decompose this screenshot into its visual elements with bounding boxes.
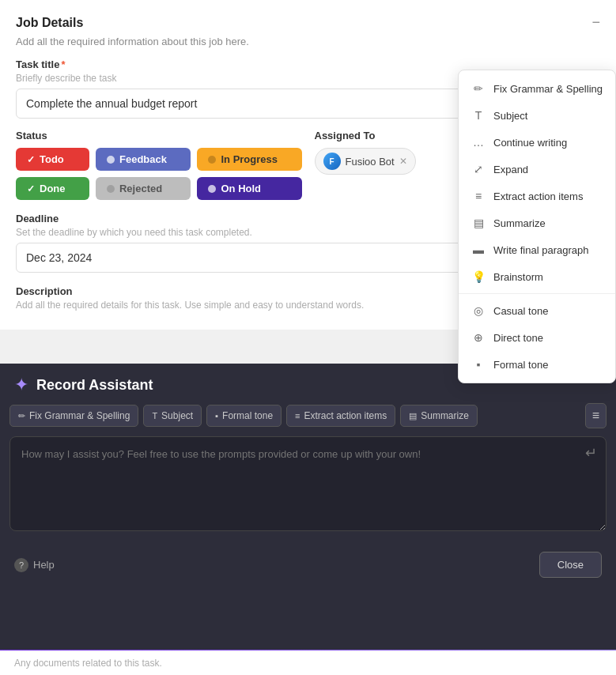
- panel-title: Job Details: [16, 16, 83, 30]
- casual-tone-icon: ◎: [471, 304, 486, 317]
- dropdown-item-brainstorm[interactable]: 💡 Brainstorm: [459, 263, 615, 290]
- status-btn-done[interactable]: ✓ Done: [16, 177, 89, 200]
- send-icon[interactable]: ↵: [585, 444, 597, 462]
- dropdown-item-subject[interactable]: T Subject: [459, 102, 615, 129]
- toolbar-fix-grammar-icon: ✏: [18, 411, 25, 421]
- panel-subtitle: Add all the required information about t…: [16, 36, 600, 47]
- assigned-chip-fusioo: F Fusioo Bot ✕: [315, 148, 416, 175]
- toolbar-subject-icon: T: [152, 411, 157, 420]
- continue-writing-icon: …: [471, 136, 486, 149]
- assistant-footer: ? Help Close: [0, 544, 616, 589]
- dropdown-item-summarize[interactable]: ▤ Summarize: [459, 209, 615, 236]
- dropdown-item-fix-grammar[interactable]: ✏ Fix Grammar & Spelling: [459, 75, 615, 102]
- assistant-textarea-wrap: ↵: [9, 436, 607, 534]
- dropdown-item-continue-writing[interactable]: … Continue writing: [459, 129, 615, 156]
- bottom-bar: Any documents related to this task.: [0, 650, 616, 675]
- toolbar-btn-summarize[interactable]: ▤ Summarize: [400, 405, 478, 427]
- expand-icon: ⤢: [471, 163, 486, 175]
- dropdown-item-expand[interactable]: ⤢ Expand: [459, 156, 615, 183]
- ai-dropdown-menu: ✏ Fix Grammar & Spelling T Subject … Con…: [458, 70, 616, 383]
- main-panel: Job Details − Add all the required infor…: [0, 0, 616, 330]
- status-btn-rejected[interactable]: Rejected: [96, 177, 191, 200]
- fusioo-bot-avatar: F: [323, 153, 341, 170]
- todo-check-icon: ✓: [27, 154, 35, 165]
- status-btn-inprogress[interactable]: In Progress: [197, 148, 301, 171]
- status-btn-todo[interactable]: ✓ Todo: [16, 148, 89, 171]
- dropdown-item-direct-tone[interactable]: ⊕ Direct tone: [459, 324, 615, 351]
- status-section: Status ✓ Todo Feedback In Progress ✓ Don…: [16, 130, 302, 200]
- summarize-icon: ▤: [471, 217, 486, 229]
- feedback-dot-icon: [107, 156, 115, 164]
- assistant-toolbar: ✏ Fix Grammar & Spelling T Subject ▪ For…: [0, 403, 616, 436]
- toolbar-extract-icon: ≡: [295, 411, 300, 420]
- collapse-icon[interactable]: −: [591, 14, 600, 31]
- rejected-dot-icon: [107, 185, 115, 193]
- formal-tone-icon: ▪: [471, 358, 486, 371]
- dropdown-item-casual-tone[interactable]: ◎ Casual tone: [459, 297, 615, 324]
- toolbar-btn-extract-action-items[interactable]: ≡ Extract action items: [286, 405, 395, 427]
- status-label: Status: [16, 130, 302, 141]
- assistant-star-icon: ✦: [14, 375, 28, 395]
- chip-close-btn[interactable]: ✕: [399, 156, 407, 167]
- toolbar-summarize-icon: ▤: [409, 411, 417, 421]
- help-circle-icon: ?: [14, 558, 28, 572]
- task-title-label: Task title*: [16, 58, 600, 70]
- dropdown-item-write-final-paragraph[interactable]: ▬ Write final paragraph: [459, 236, 615, 263]
- help-button[interactable]: ? Help: [14, 558, 55, 572]
- dropdown-item-formal-tone[interactable]: ▪ Formal tone: [459, 351, 615, 378]
- toolbar-btn-formal-tone[interactable]: ▪ Formal tone: [206, 405, 282, 427]
- status-btn-feedback[interactable]: Feedback: [96, 148, 191, 171]
- onhold-dot-icon: [208, 185, 216, 193]
- fix-grammar-icon: ✏: [471, 82, 486, 95]
- direct-tone-icon: ⊕: [471, 331, 486, 344]
- toolbar-formal-tone-icon: ▪: [215, 411, 218, 420]
- subject-icon: T: [471, 109, 486, 122]
- dropdown-divider: [459, 293, 615, 294]
- inprogress-dot-icon: [208, 156, 216, 164]
- assistant-title: Record Assistant: [36, 377, 153, 394]
- status-btn-onhold[interactable]: On Hold: [197, 177, 301, 200]
- done-check-icon: ✓: [27, 183, 35, 194]
- record-assistant-panel: ✦ Record Assistant ✏ Fix Grammar & Spell…: [0, 364, 616, 651]
- status-grid: ✓ Todo Feedback In Progress ✓ Done: [16, 148, 302, 200]
- dropdown-item-extract-action-items[interactable]: ≡ Extract action items: [459, 183, 615, 209]
- toolbar-btn-fix-grammar[interactable]: ✏ Fix Grammar & Spelling: [9, 405, 138, 427]
- extract-action-items-icon: ≡: [471, 190, 486, 202]
- close-button[interactable]: Close: [539, 552, 602, 578]
- brainstorm-icon: 💡: [471, 270, 486, 283]
- panel-header: Job Details −: [16, 14, 600, 31]
- toolbar-more-btn[interactable]: ≡: [585, 403, 607, 428]
- toolbar-btn-subject[interactable]: T Subject: [143, 405, 202, 427]
- assistant-textarea[interactable]: [9, 436, 607, 531]
- write-final-paragraph-icon: ▬: [471, 243, 486, 256]
